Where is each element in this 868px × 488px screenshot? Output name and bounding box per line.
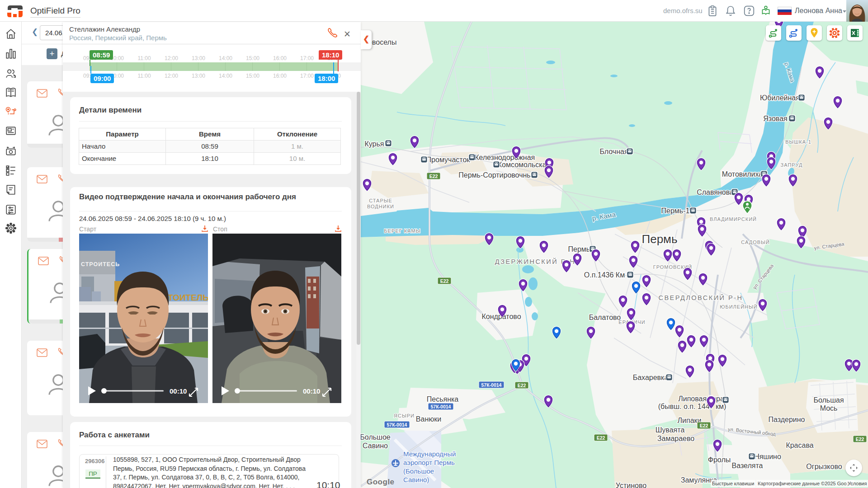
svg-text:Пермь-Сортировочный: Пермь-Сортировочный (458, 171, 536, 179)
svg-text:Блочная: Блочная (599, 148, 628, 155)
svg-text:Е22: Е22 (700, 423, 708, 428)
svg-text:ТОИТЕЛЬНЫ: ТОИТЕЛЬНЫ (168, 293, 208, 302)
svg-text:(Большое: (Большое (403, 467, 434, 475)
svg-text:Международный: Международный (403, 450, 456, 458)
svg-text:Славянова: Славянова (697, 188, 734, 196)
svg-text:ЯСЫРИ: ЯСЫРИ (394, 413, 415, 418)
svg-text:57К-0014: 57К-0014 (387, 422, 407, 427)
svg-text:Мось: Мось (820, 404, 838, 412)
svg-text:Большая: Большая (813, 396, 844, 404)
svg-text:Балатово: Балатово (589, 314, 621, 321)
svg-text:Е22: Е22 (518, 383, 526, 388)
svg-text:Песьянка: Песьянка (427, 395, 459, 403)
svg-text:Мотовилиха: Мотовилиха (722, 170, 763, 178)
svg-text:00:10: 00:10 (303, 387, 320, 395)
svg-text:Промучасток: Промучасток (426, 156, 471, 164)
svg-text:Юбилейная: Юбилейная (760, 94, 800, 102)
svg-text:Вазелята: Вазелята (732, 462, 763, 469)
svg-text:Большое: Большое (361, 433, 391, 441)
svg-text:Пермь-1: Пермь-1 (661, 207, 690, 215)
svg-text:Бахаревка: Бахаревка (633, 374, 669, 381)
svg-text:ВЛАДИМИРСКИЙ: ВЛАДИМИРСКИЙ (710, 216, 757, 222)
svg-text:Паздерино: Паздерино (768, 416, 805, 423)
svg-text:Замараево: Замараево (657, 435, 694, 442)
svg-text:Шуваята: Шуваята (656, 426, 685, 434)
svg-text:Комсомольская: Комсомольская (498, 161, 550, 169)
svg-text:ВЫШКА-1: ВЫШКА-1 (785, 139, 811, 145)
svg-text:ВОДНИКИ: ВОДНИКИ (367, 204, 394, 209)
svg-text:Е22: Е22 (856, 436, 864, 442)
svg-text:Железнодорожная: Железнодорожная (472, 154, 535, 161)
svg-text:Няшино: Няшино (754, 453, 781, 460)
svg-text:Фролы: Фролы (708, 456, 731, 464)
svg-text:00:10: 00:10 (170, 387, 187, 395)
svg-text:СТРОИТЕСЬ: СТРОИТЕСЬ (81, 261, 120, 267)
svg-text:(бывш. о.п. 1447 км): (бывш. о.п. 1447 км) (658, 403, 726, 410)
svg-text:аэропорт Пермь: аэропорт Пермь (403, 459, 455, 466)
svg-text:Липовая Гора: Липовая Гора (678, 395, 724, 403)
svg-text:57К-0014: 57К-0014 (431, 404, 451, 409)
svg-text:Е22: Е22 (440, 278, 449, 284)
svg-text:57К-0014: 57К-0014 (481, 382, 502, 388)
svg-text:Е22: Е22 (429, 174, 438, 179)
svg-text:СТАРЫЕ: СТАРЫЕ (369, 198, 392, 203)
svg-text:Ванюки: Ванюки (416, 415, 441, 423)
svg-text:Курья: Курья (364, 140, 384, 148)
svg-text:Огрызково: Огрызково (806, 463, 842, 470)
svg-text:Савино: Савино (363, 442, 388, 450)
svg-text:Язовая: Язовая (763, 115, 788, 122)
svg-text:БЕРЕГ КАМЫ: БЕРЕГ КАМЫ (384, 228, 421, 234)
svg-text:СВЕРДЛОВСКИЙ Р-Н: СВЕРДЛОВСКИЙ Р-Н (658, 294, 743, 301)
svg-text:Е22: Е22 (597, 435, 605, 441)
svg-text:Пермь: Пермь (642, 232, 677, 246)
svg-text:ЮБИЛЕЙНЫЙ: ЮБИЛЕЙНЫЙ (720, 304, 757, 310)
svg-text:САДОВЫЙ: САДОВЫЙ (741, 239, 769, 245)
svg-text:ЗАПРУД: ЗАПРУД (781, 162, 803, 168)
svg-text:Красава: Красава (786, 441, 813, 449)
svg-text:Савино): Савино) (403, 476, 429, 483)
svg-text:О.п.1436 Км: О.п.1436 Км (584, 271, 625, 279)
